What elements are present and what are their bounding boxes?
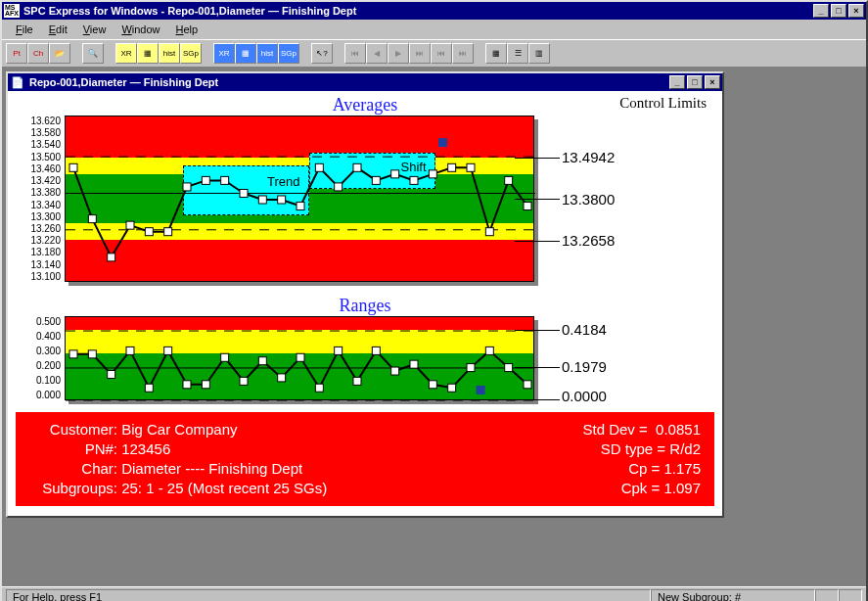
svg-rect-35 bbox=[126, 347, 134, 354]
svg-rect-36 bbox=[145, 384, 153, 392]
minimize-button[interactable]: _ bbox=[813, 4, 829, 18]
status-subgroup: New Subgroup: # bbox=[651, 589, 815, 602]
child-minimize[interactable]: _ bbox=[669, 75, 685, 89]
tb-pt[interactable]: Pt bbox=[6, 43, 27, 64]
svg-rect-46 bbox=[335, 347, 343, 354]
tb-layout3[interactable]: ▥ bbox=[528, 43, 550, 64]
menu-file[interactable]: File bbox=[8, 22, 41, 37]
svg-rect-57 bbox=[477, 386, 485, 394]
svg-rect-52 bbox=[448, 384, 456, 392]
tb-sgp-b[interactable]: SGp bbox=[278, 43, 299, 64]
menubar: File Edit View Window Help bbox=[2, 20, 866, 39]
svg-rect-5 bbox=[108, 254, 115, 261]
svg-rect-7 bbox=[145, 228, 153, 236]
summary-panel: Customer: Big Car Company PN#: 123456 Ch… bbox=[16, 412, 714, 506]
tb-first[interactable]: ⏮ bbox=[344, 43, 366, 64]
child-maximize[interactable]: □ bbox=[687, 75, 703, 89]
menu-edit[interactable]: Edit bbox=[41, 22, 75, 37]
svg-rect-32 bbox=[69, 350, 77, 358]
svg-rect-43 bbox=[278, 374, 286, 382]
menu-window[interactable]: Window bbox=[114, 22, 167, 37]
svg-rect-49 bbox=[391, 367, 399, 375]
tb-rewind[interactable]: ⏮ bbox=[431, 43, 452, 64]
statusbar: For Help, press F1 New Subgroup: # bbox=[2, 586, 866, 601]
averages-plot[interactable]: Trend Shift bbox=[65, 116, 534, 282]
svg-rect-6 bbox=[126, 221, 134, 229]
averages-title: Averages bbox=[16, 95, 714, 116]
svg-rect-42 bbox=[258, 357, 266, 365]
tb-preview[interactable]: 🔍 bbox=[82, 43, 104, 64]
svg-rect-44 bbox=[297, 353, 304, 361]
svg-rect-22 bbox=[429, 170, 436, 178]
svg-rect-48 bbox=[372, 347, 380, 354]
close-button[interactable]: × bbox=[848, 4, 864, 18]
svg-rect-50 bbox=[410, 360, 418, 368]
ranges-y-axis: 0.5000.4000.3000.2000.1000.000 bbox=[16, 316, 65, 400]
toolbar: Pt Ch 📂 🔍 XR ▦ hist SGp XR ▦ hist SGp ↖?… bbox=[2, 39, 866, 68]
svg-rect-9 bbox=[183, 183, 191, 191]
svg-rect-25 bbox=[485, 228, 493, 236]
child-close[interactable]: × bbox=[705, 75, 720, 89]
ranges-title: Ranges bbox=[16, 296, 714, 316]
tb-xr-y[interactable]: XR bbox=[115, 43, 137, 64]
svg-rect-41 bbox=[240, 377, 248, 385]
svg-rect-23 bbox=[448, 163, 456, 171]
averages-block: Averages Control Limits 13.62013.58013.5… bbox=[16, 95, 714, 282]
svg-rect-15 bbox=[297, 203, 304, 210]
svg-rect-27 bbox=[524, 203, 531, 210]
svg-rect-8 bbox=[164, 228, 172, 236]
tb-hist-y[interactable]: hist bbox=[159, 43, 180, 64]
maximize-button[interactable]: □ bbox=[831, 4, 846, 18]
svg-rect-10 bbox=[202, 176, 209, 184]
tb-layout2[interactable]: ☰ bbox=[507, 43, 528, 64]
svg-rect-19 bbox=[372, 176, 380, 184]
status-hint: For Help, press F1 bbox=[6, 589, 651, 602]
svg-rect-26 bbox=[505, 176, 513, 184]
child-window: 📄 Repo-001,Diameter — Finishing Dept _ □… bbox=[6, 71, 724, 518]
child-title: Repo-001,Diameter — Finishing Dept bbox=[29, 76, 669, 88]
svg-rect-13 bbox=[258, 196, 266, 204]
tb-ffwd[interactable]: ⏭ bbox=[452, 43, 474, 64]
svg-rect-3 bbox=[69, 163, 77, 171]
svg-rect-53 bbox=[467, 364, 475, 372]
svg-rect-28 bbox=[438, 138, 447, 147]
svg-rect-34 bbox=[108, 370, 115, 378]
main-window: MSAFX SPC Express for Windows - Repo-001… bbox=[0, 0, 868, 601]
svg-rect-21 bbox=[410, 176, 418, 184]
svg-rect-56 bbox=[524, 381, 531, 389]
status-indicator1 bbox=[815, 589, 839, 602]
child-titlebar[interactable]: 📄 Repo-001,Diameter — Finishing Dept _ □… bbox=[8, 73, 722, 91]
main-titlebar[interactable]: MSAFX SPC Express for Windows - Repo-001… bbox=[2, 2, 866, 20]
menu-view[interactable]: View bbox=[75, 22, 114, 37]
svg-rect-20 bbox=[391, 170, 399, 178]
ranges-plot[interactable] bbox=[65, 316, 534, 400]
svg-rect-18 bbox=[353, 163, 361, 171]
tb-prev[interactable]: ◀ bbox=[366, 43, 388, 64]
tb-last[interactable]: ⏭ bbox=[409, 43, 431, 64]
averages-cl-labels: 13.4942 13.3800 13.2658 bbox=[534, 116, 644, 282]
svg-rect-54 bbox=[485, 347, 493, 354]
averages-y-axis: 13.62013.58013.54013.50013.46013.42013.3… bbox=[16, 116, 65, 282]
tb-help[interactable]: ↖? bbox=[311, 43, 333, 64]
svg-rect-55 bbox=[505, 364, 513, 372]
tb-grid-y[interactable]: ▦ bbox=[137, 43, 159, 64]
tb-layout1[interactable]: ▦ bbox=[485, 43, 507, 64]
tb-xr-b[interactable]: XR bbox=[213, 43, 235, 64]
tb-next[interactable]: ▶ bbox=[388, 43, 409, 64]
control-limits-header: Control Limits bbox=[619, 95, 707, 112]
svg-rect-39 bbox=[202, 381, 209, 389]
tb-hist-b[interactable]: hist bbox=[256, 43, 278, 64]
tb-open[interactable]: 📂 bbox=[49, 43, 70, 64]
tb-grid-b[interactable]: ▦ bbox=[235, 43, 256, 64]
ranges-cl-labels: 0.4184 0.1979 0.0000 bbox=[534, 316, 644, 400]
svg-rect-37 bbox=[164, 347, 172, 354]
svg-rect-38 bbox=[183, 381, 191, 389]
menu-help[interactable]: Help bbox=[168, 22, 206, 37]
ranges-block: Ranges 0.5000.4000.3000.2000.1000.000 0.… bbox=[16, 296, 714, 400]
tb-sgp-y[interactable]: SGp bbox=[180, 43, 202, 64]
tb-ch[interactable]: Ch bbox=[27, 43, 49, 64]
svg-rect-33 bbox=[88, 350, 96, 358]
svg-rect-45 bbox=[315, 384, 323, 392]
doc-icon: 📄 bbox=[10, 75, 25, 89]
main-title: SPC Express for Windows - Repo-001,Diame… bbox=[23, 5, 813, 17]
